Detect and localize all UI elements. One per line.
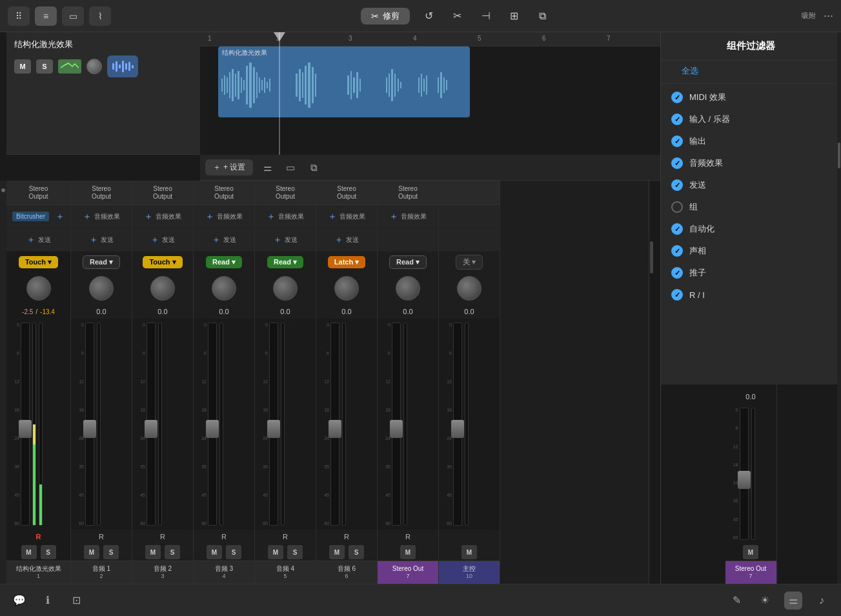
ch2-r-btn[interactable]: R bbox=[99, 533, 104, 541]
ch3-fader-thumb[interactable] bbox=[145, 420, 157, 438]
ch3-pan-knob[interactable] bbox=[150, 276, 175, 301]
rp-checkbox-send[interactable]: ✓ bbox=[671, 179, 683, 191]
ch1-fader-track[interactable] bbox=[21, 323, 30, 526]
ch3-send-plus[interactable]: ＋ bbox=[150, 234, 159, 246]
rp-checkbox-fader[interactable]: ✓ bbox=[671, 267, 683, 279]
rp-item-ri[interactable]: ✓ R / I bbox=[661, 284, 841, 306]
sun-btn[interactable]: ☀ bbox=[756, 591, 774, 610]
ch7-m-btn[interactable]: M bbox=[400, 545, 416, 559]
pen-btn[interactable]: ✎ bbox=[727, 591, 745, 610]
ch4-fader-track[interactable] bbox=[208, 323, 217, 526]
speech-bubble-btn[interactable]: 💬 bbox=[10, 591, 28, 610]
rp-item-audio-fx[interactable]: ✓ 音频效果 bbox=[661, 152, 841, 174]
ch2-fader-thumb[interactable] bbox=[83, 420, 96, 438]
rp-item-midi[interactable]: ✓ MIDI 效果 bbox=[661, 86, 841, 108]
ch7-fader-thumb[interactable] bbox=[390, 420, 403, 438]
ch5-automation-btn[interactable]: Read ▾ bbox=[267, 256, 303, 268]
ch4-s-btn[interactable]: S bbox=[226, 545, 241, 559]
rp-checkbox-auto[interactable]: ✓ bbox=[671, 223, 683, 235]
rp-checkbox-output[interactable]: ✓ bbox=[671, 135, 683, 147]
edit-mode-btn[interactable]: ✂ 修剪 bbox=[361, 8, 410, 25]
ch1-pan-knob[interactable] bbox=[26, 276, 51, 301]
ch2-s-btn[interactable]: S bbox=[103, 545, 119, 559]
ch4-pan-knob[interactable] bbox=[212, 276, 236, 301]
plug-icon-btn[interactable]: ⌇ bbox=[89, 6, 111, 26]
ch2-output[interactable]: StereoOutput bbox=[71, 181, 132, 205]
ch1-automation-btn[interactable]: Touch ▾ bbox=[19, 256, 58, 268]
more-btn[interactable]: ··· bbox=[824, 9, 833, 23]
rp-checkbox-audio-fx[interactable]: ✓ bbox=[671, 157, 683, 169]
ch2-insert-plus[interactable]: ＋ bbox=[83, 211, 92, 223]
ch5-send-plus[interactable]: ＋ bbox=[273, 234, 282, 246]
ch7-automation-btn[interactable]: Read ▾ bbox=[389, 255, 427, 269]
mini-m-btn[interactable]: M bbox=[743, 545, 758, 559]
ch4-send-plus[interactable]: ＋ bbox=[212, 234, 221, 246]
ch7-output[interactable]: StereoOutput bbox=[378, 181, 438, 205]
rp-item-fader[interactable]: ✓ 推子 bbox=[661, 262, 841, 284]
mute-btn[interactable]: M bbox=[14, 59, 31, 74]
ch7-r-btn[interactable]: R bbox=[405, 533, 410, 541]
ch5-fader-thumb[interactable] bbox=[267, 420, 280, 438]
mixer-vscroll-thumb[interactable] bbox=[650, 241, 653, 273]
ch5-s-btn[interactable]: S bbox=[287, 545, 303, 559]
ch2-fader-track[interactable] bbox=[85, 323, 94, 526]
sidebar-toggle-btn[interactable]: ⊡ bbox=[67, 591, 85, 610]
ch4-output[interactable]: StereoOutput bbox=[194, 181, 254, 205]
ch7-fader-track[interactable] bbox=[392, 323, 401, 526]
rp-item-auto[interactable]: ✓ 自动化 bbox=[661, 218, 841, 240]
rp-vscroll-thumb[interactable] bbox=[838, 143, 840, 168]
ch8-automation-btn[interactable]: 关 ▾ bbox=[456, 255, 483, 270]
window-mixer-icon[interactable]: ▭ bbox=[281, 159, 299, 177]
select-all-btn[interactable]: 全选 bbox=[676, 63, 704, 78]
rp-item-pan[interactable]: ✓ 声相 bbox=[661, 240, 841, 262]
ch5-fader-track[interactable] bbox=[269, 323, 278, 526]
ch4-m-btn[interactable]: M bbox=[207, 545, 222, 559]
waveform-block[interactable]: 结构化激光效果 bbox=[218, 46, 470, 117]
ch5-r-btn[interactable]: R bbox=[283, 533, 288, 541]
ch5-pan-knob[interactable] bbox=[273, 276, 298, 301]
copy-mixer-icon[interactable]: ⧉ bbox=[305, 159, 323, 177]
rp-item-output[interactable]: ✓ 输出 bbox=[661, 130, 841, 152]
ch7-pan-knob[interactable] bbox=[396, 276, 420, 301]
ch3-output[interactable]: StereoOutput bbox=[132, 181, 193, 205]
ch8-fader-track[interactable] bbox=[453, 323, 462, 526]
ch4-insert-plus[interactable]: ＋ bbox=[205, 211, 214, 223]
ch1-r-btn[interactable]: R bbox=[36, 533, 41, 541]
rp-checkbox-group[interactable] bbox=[671, 201, 683, 213]
ch2-automation-btn[interactable]: Read ▾ bbox=[83, 255, 120, 269]
loop-icon[interactable]: ↺ bbox=[420, 7, 438, 25]
ch4-automation-btn[interactable]: Read ▾ bbox=[206, 256, 242, 268]
ch1-s-btn[interactable]: S bbox=[41, 545, 56, 559]
window-icon-btn[interactable]: ▭ bbox=[62, 6, 84, 26]
trim-left-icon[interactable]: ⊣ bbox=[477, 7, 495, 25]
cut-icon[interactable]: ✂ bbox=[449, 7, 467, 25]
ch1-plugin[interactable]: Bitcrusher bbox=[12, 212, 49, 221]
rp-item-group[interactable]: 组 bbox=[661, 196, 841, 218]
ch2-m-btn[interactable]: M bbox=[84, 545, 99, 559]
box-icon[interactable]: ⊞ bbox=[505, 7, 523, 25]
ch3-insert-plus[interactable]: ＋ bbox=[144, 211, 153, 223]
mini-fader-thumb[interactable] bbox=[738, 471, 751, 489]
piano-btn[interactable]: ♪ bbox=[813, 591, 831, 610]
ch3-r-btn[interactable]: R bbox=[160, 533, 165, 541]
ch3-s-btn[interactable]: S bbox=[165, 545, 180, 559]
info-btn[interactable]: ℹ bbox=[39, 591, 57, 610]
settings-btn[interactable]: ＋ + 设置 bbox=[205, 159, 253, 175]
ch6-insert-plus[interactable]: ＋ bbox=[328, 211, 337, 223]
ch6-fader-thumb[interactable] bbox=[329, 420, 341, 438]
ch6-output[interactable]: StereoOutput bbox=[316, 181, 377, 205]
rp-checkbox-pan[interactable]: ✓ bbox=[671, 245, 683, 257]
ch1-plugin-add[interactable]: ＋ bbox=[56, 211, 65, 223]
ch8-fader-thumb[interactable] bbox=[451, 420, 464, 438]
ch6-r-btn[interactable]: R bbox=[344, 533, 349, 541]
ch1-output[interactable]: StereoOutput bbox=[6, 181, 70, 205]
ch2-send-plus[interactable]: ＋ bbox=[89, 234, 98, 246]
ch4-r-btn[interactable]: R bbox=[221, 533, 227, 541]
solo-btn[interactable]: S bbox=[36, 59, 53, 74]
ch6-send-plus[interactable]: ＋ bbox=[334, 234, 343, 246]
ch8-pan-knob[interactable] bbox=[457, 276, 481, 301]
ch6-pan-knob[interactable] bbox=[334, 276, 359, 301]
rp-checkbox-ri[interactable]: ✓ bbox=[671, 289, 683, 301]
rp-checkbox-input[interactable]: ✓ bbox=[671, 114, 683, 125]
ch4-fader-thumb[interactable] bbox=[206, 420, 219, 438]
